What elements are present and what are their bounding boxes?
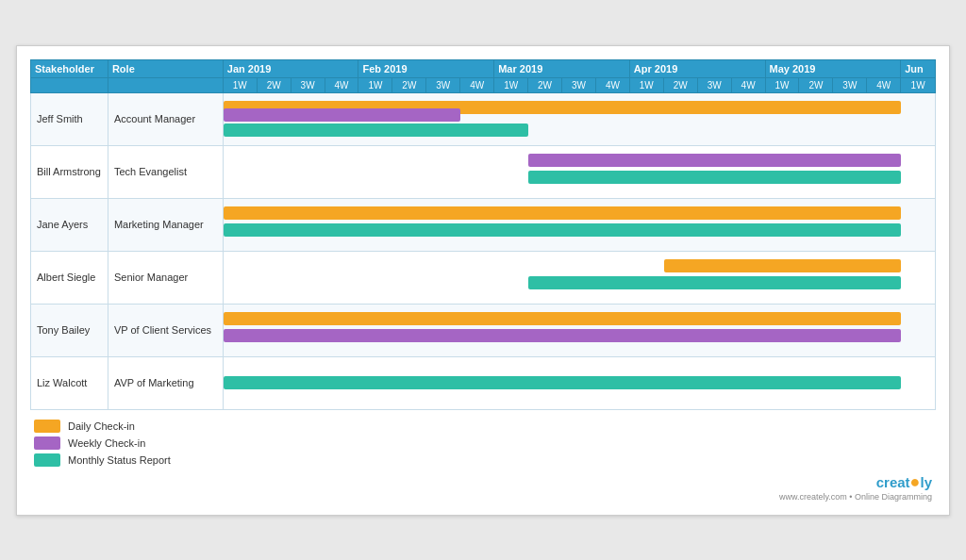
legend-item-daily: Daily Check-in xyxy=(34,420,936,433)
footer: creat●ly www.creately.com • Online Diagr… xyxy=(30,472,936,502)
gantt-table: Stakeholder Role Jan 2019 Feb 2019 Mar 2… xyxy=(30,59,936,410)
week-4w-apr: 4W xyxy=(731,77,765,92)
table-row: Liz WalcottAVP of Marketing xyxy=(31,356,936,409)
creately-text2: ly xyxy=(920,474,932,490)
week-3w-mar: 3W xyxy=(562,77,596,92)
week-3w-apr: 3W xyxy=(697,77,731,92)
gantt-bar xyxy=(224,206,901,220)
week-2w-jan: 2W xyxy=(257,77,291,92)
month-mar: Mar 2019 xyxy=(494,59,630,77)
stakeholder-cell: Albert Siegle xyxy=(31,251,108,304)
role-cell: Senior Manager xyxy=(108,251,223,304)
legend-label-monthly: Monthly Status Report xyxy=(68,454,171,466)
week-2w-may: 2W xyxy=(799,77,833,92)
legend-swatch-orange xyxy=(34,420,60,433)
creately-sub: www.creately.com • Online Diagramming xyxy=(779,492,932,502)
gantt-bar xyxy=(528,154,901,167)
stakeholder-cell: Tony Bailey xyxy=(31,304,108,356)
week-4w-may: 4W xyxy=(867,77,901,92)
gantt-bar xyxy=(224,108,460,122)
legend: Daily Check-in Weekly Check-in Monthly S… xyxy=(30,420,936,467)
table-row: Jeff SmithAccount Manager xyxy=(31,92,936,145)
header-month-row: Stakeholder Role Jan 2019 Feb 2019 Mar 2… xyxy=(31,59,936,77)
role-cell: Account Manager xyxy=(108,92,223,145)
month-may: May 2019 xyxy=(765,59,901,77)
week-4w-mar: 4W xyxy=(595,77,629,92)
role-cell: Marketing Manager xyxy=(108,198,223,251)
week-header-stakeholder xyxy=(31,77,108,92)
week-4w-jan: 4W xyxy=(325,77,358,92)
gantt-bar xyxy=(224,376,901,389)
role-cell: AVP of Marketing xyxy=(108,356,223,409)
col-stakeholder-header: Stakeholder xyxy=(31,59,108,77)
week-3w-may: 3W xyxy=(833,77,867,92)
main-container: Stakeholder Role Jan 2019 Feb 2019 Mar 2… xyxy=(16,45,950,516)
gantt-bar xyxy=(224,223,901,237)
timeline-area xyxy=(223,356,935,409)
table-row: Bill ArmstrongTech Evangelist xyxy=(31,145,936,198)
timeline-area xyxy=(223,198,935,251)
legend-label-weekly: Weekly Check-in xyxy=(68,437,145,449)
stakeholder-cell: Jeff Smith xyxy=(31,92,108,145)
week-2w-feb: 2W xyxy=(392,77,426,92)
gantt-bar xyxy=(224,329,901,342)
week-3w-jan: 3W xyxy=(291,77,325,92)
creately-brand: creat●ly xyxy=(876,472,932,492)
legend-item-monthly: Monthly Status Report xyxy=(34,453,936,467)
header-week-row: 1W 2W 3W 4W 1W 2W 3W 4W 1W 2W 3W 4W 1W 2… xyxy=(31,77,936,92)
timeline-area xyxy=(223,145,935,198)
legend-swatch-teal xyxy=(34,453,60,467)
month-feb: Feb 2019 xyxy=(358,59,494,77)
week-1w-jun: 1W xyxy=(901,77,936,92)
month-jun: Jun xyxy=(901,59,936,77)
week-2w-apr: 2W xyxy=(663,77,697,92)
creately-dot: ● xyxy=(910,472,921,491)
stakeholder-cell: Bill Armstrong xyxy=(31,145,108,198)
role-cell: VP of Client Services xyxy=(108,304,223,356)
week-2w-mar: 2W xyxy=(528,77,562,92)
legend-swatch-purple xyxy=(34,436,60,450)
timeline-area xyxy=(223,251,935,304)
col-role-header: Role xyxy=(108,59,223,77)
role-cell: Tech Evangelist xyxy=(108,145,223,198)
week-1w-may: 1W xyxy=(765,77,799,92)
stakeholder-cell: Jane Ayers xyxy=(31,198,108,251)
week-1w-mar: 1W xyxy=(494,77,528,92)
creately-text: creat xyxy=(876,474,910,490)
legend-item-weekly: Weekly Check-in xyxy=(34,436,936,450)
creately-logo: creat●ly www.creately.com • Online Diagr… xyxy=(779,472,932,502)
week-1w-jan: 1W xyxy=(223,77,257,92)
week-3w-feb: 3W xyxy=(426,77,460,92)
week-header-role xyxy=(108,77,223,92)
gantt-bar xyxy=(224,312,901,325)
legend-label-daily: Daily Check-in xyxy=(68,420,135,432)
gantt-bar xyxy=(528,276,901,289)
week-4w-feb: 4W xyxy=(460,77,494,92)
gantt-bar xyxy=(528,171,901,184)
month-apr: Apr 2019 xyxy=(629,59,765,77)
table-row: Jane AyersMarketing Manager xyxy=(31,198,936,251)
stakeholder-cell: Liz Walcott xyxy=(31,356,108,409)
week-1w-feb: 1W xyxy=(358,77,392,92)
table-row: Tony BaileyVP of Client Services xyxy=(31,304,936,356)
table-row: Albert SiegleSenior Manager xyxy=(31,251,936,304)
timeline-area xyxy=(223,304,935,356)
gantt-bar xyxy=(664,259,901,272)
week-1w-apr: 1W xyxy=(629,77,663,92)
timeline-area xyxy=(223,92,935,145)
gantt-bar xyxy=(224,124,528,137)
month-jan: Jan 2019 xyxy=(223,59,358,77)
